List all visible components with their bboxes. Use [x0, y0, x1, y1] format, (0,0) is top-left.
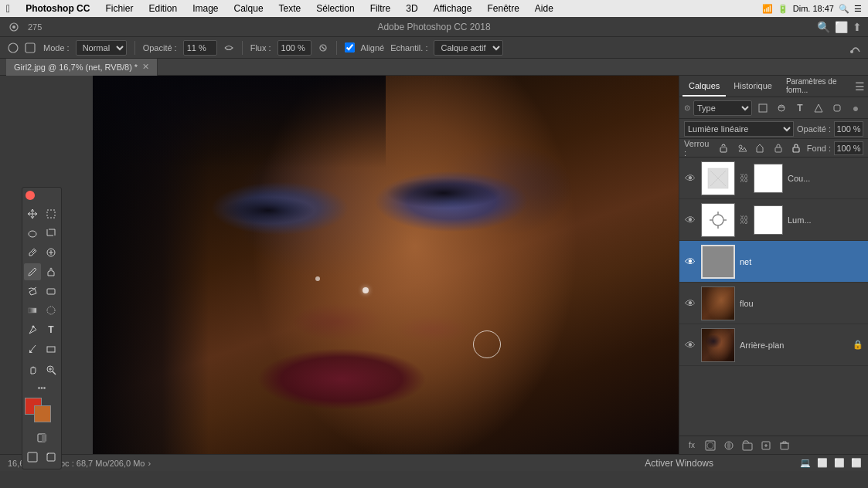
brush-tool[interactable] [24, 263, 41, 280]
svg-rect-28 [834, 105, 840, 111]
shape-tool[interactable] [43, 341, 60, 358]
lock-position-icon[interactable] [771, 141, 785, 156]
zoom-tool[interactable] [43, 361, 60, 378]
menu-aide[interactable]: Aide [532, 3, 557, 14]
workspace-icon[interactable]: ⬜ [835, 21, 848, 33]
mode-select[interactable]: Normal [76, 40, 127, 56]
layer-fx-button[interactable]: fx [684, 439, 700, 452]
opacity-value-input[interactable] [834, 121, 863, 137]
stamp-tool[interactable] [43, 263, 60, 280]
menu-image[interactable]: Image [189, 3, 221, 14]
menu-fichier[interactable]: Fichier [102, 3, 136, 14]
menu-texte[interactable]: Texte [276, 3, 305, 14]
layer-pixel-icon[interactable] [755, 100, 771, 116]
layer-filter-toggle[interactable]: ● [848, 100, 863, 116]
windows-activation-msg[interactable]: Activer Windows [645, 458, 713, 469]
pen-tool[interactable] [24, 321, 41, 338]
status-icon-1[interactable]: 💻 [800, 458, 811, 468]
forward-arrow-2[interactable]: › [148, 459, 151, 468]
toolbar-brush-icon[interactable] [6, 19, 22, 35]
eye-visibility-1[interactable]: 👁 [684, 214, 696, 226]
layer-item-0[interactable]: 👁 ⛓ Cou... [679, 158, 868, 199]
eyedropper-tool[interactable] [24, 244, 41, 261]
lock-image-icon[interactable] [734, 141, 749, 156]
lock-all-icon[interactable] [788, 141, 803, 156]
change-screen-icon[interactable] [24, 449, 41, 466]
menu-affichage[interactable]: Affichage [431, 3, 475, 14]
text-tool[interactable]: T [43, 321, 60, 338]
blend-mode-select[interactable]: Lumière linéaire [684, 121, 794, 137]
document-tab[interactable]: Girl2.jpg @ 16,7% (net, RVB/8) * ✕ [6, 59, 158, 76]
layer-item-1[interactable]: 👁 ⛓ Lum... [679, 199, 868, 241]
menu-selection[interactable]: Sélection [313, 3, 357, 14]
menu-calque[interactable]: Calque [231, 3, 267, 14]
status-icon-2[interactable]: ⬜ [817, 458, 828, 468]
layer-adjustment-icon[interactable] [774, 100, 789, 116]
app-name-menu[interactable]: Photoshop CC [22, 3, 93, 14]
eraser-tool[interactable] [43, 283, 60, 300]
blur-tool[interactable] [43, 302, 60, 319]
search-icon[interactable]: 🔍 [839, 4, 849, 14]
fond-value-input[interactable] [834, 141, 863, 155]
layer-adjustment-button[interactable] [721, 439, 737, 452]
marquee-tool[interactable] [43, 205, 60, 222]
lock-transparency-icon[interactable] [717, 141, 731, 156]
close-float-button[interactable] [26, 191, 35, 200]
eye-visibility-4[interactable]: 👁 [684, 339, 696, 351]
more-tools-icon[interactable]: ••• [38, 384, 46, 392]
layer-group-button[interactable] [740, 439, 755, 452]
eye-visibility-0[interactable]: 👁 [684, 172, 696, 185]
tab-parametres[interactable]: Paramètres de form... [780, 76, 853, 97]
path-select-tool[interactable] [24, 341, 41, 358]
menu-edition[interactable]: Edition [145, 3, 180, 14]
layer-item-4[interactable]: 👁 Arrière-plan 🔒 [679, 324, 868, 366]
menu-filtre[interactable]: Filtre [367, 3, 394, 14]
layer-delete-button[interactable] [777, 439, 792, 452]
crop-tool[interactable] [43, 225, 60, 242]
status-icon-3[interactable]: ⬜ [834, 458, 845, 468]
move-tool[interactable] [24, 205, 41, 222]
menu-fenetre[interactable]: Fenêtre [484, 3, 522, 14]
brush-shape-icon[interactable] [23, 41, 37, 55]
background-color[interactable] [34, 405, 51, 422]
notif-icon[interactable]: ☰ [854, 4, 862, 14]
layer-item-2[interactable]: 👁 net [679, 241, 868, 283]
lasso-tool[interactable] [24, 225, 41, 242]
menu-3d[interactable]: 3D [403, 3, 420, 14]
echant-select[interactable]: Calque actif [434, 40, 503, 56]
gradient-tool[interactable] [24, 302, 41, 319]
canvas-rotate-icon[interactable] [43, 449, 60, 466]
tab-calques[interactable]: Calques [682, 76, 726, 97]
opacity-input[interactable] [183, 40, 217, 56]
status-bar: 16,67 % › Doc : 68,7 Mo/206,0 Mo › Activ… [0, 454, 868, 471]
lock-artboard-icon[interactable] [752, 141, 767, 156]
aligned-checkbox[interactable] [345, 42, 355, 53]
status-icon-4[interactable]: ⬜ [851, 458, 862, 468]
heal-tool[interactable] [43, 244, 60, 261]
panel-menu-icon[interactable]: ☰ [855, 80, 865, 93]
history-brush-tool[interactable] [24, 283, 41, 300]
layer-shape-icon[interactable] [811, 100, 826, 116]
layer-smart-icon[interactable] [829, 100, 845, 116]
layer-type-icon[interactable]: T [792, 100, 808, 116]
tab-historique[interactable]: Historique [727, 76, 778, 97]
hand-tool[interactable] [24, 361, 41, 378]
eye-visibility-2[interactable]: 👁 [684, 256, 696, 268]
share-icon[interactable]: ⬆ [853, 21, 862, 33]
smooth-icon[interactable] [849, 42, 862, 54]
flux-input[interactable] [277, 40, 311, 56]
layer-filter-row: ⊙ Type T ● [679, 97, 868, 119]
quick-mask-icon[interactable] [33, 429, 50, 446]
pressure-opacity-icon[interactable] [223, 42, 234, 53]
search-ps-icon[interactable]: 🔍 [817, 21, 830, 33]
layer-thumb-1 [701, 203, 735, 237]
eye-visibility-3[interactable]: 👁 [684, 297, 696, 310]
layer-mask-button[interactable] [703, 439, 718, 452]
airbrush-icon[interactable] [318, 42, 328, 53]
close-tab-icon[interactable]: ✕ [142, 62, 149, 72]
filter-type-select[interactable]: Type [693, 100, 752, 116]
layer-list: 👁 ⛓ Cou... 👁 ⛓ Lum... [679, 158, 868, 435]
layer-item-3[interactable]: 👁 flou [679, 283, 868, 324]
brush-preset-icon[interactable] [6, 41, 20, 55]
layer-new-button[interactable] [758, 439, 774, 452]
